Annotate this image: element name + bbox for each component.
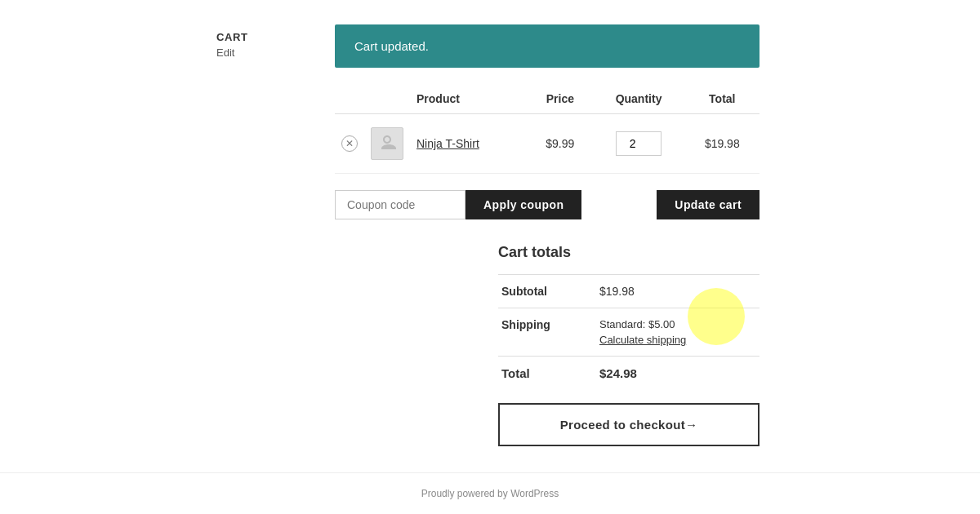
cart-notification: Cart updated. — [335, 24, 760, 68]
product-price: $9.99 — [528, 114, 592, 174]
footer-text: Proudly powered by WordPress — [421, 488, 559, 499]
price-header: Price — [528, 84, 592, 114]
cart-table: Product Price Quantity Total ✕ — [335, 84, 760, 174]
subtotal-label: Subtotal — [498, 275, 596, 308]
calculate-shipping-link[interactable]: Calculate shipping — [599, 334, 686, 346]
apply-coupon-button[interactable]: Apply coupon — [466, 190, 581, 219]
cart-totals-title: Cart totals — [498, 244, 760, 261]
product-name-link[interactable]: Ninja T-Shirt — [416, 137, 479, 150]
shipping-info: Standard: $5.00 Calculate shipping — [599, 318, 756, 346]
shipping-standard: Standard: $5.00 — [599, 318, 756, 330]
total-header: Total — [685, 84, 760, 114]
quantity-header: Quantity — [592, 84, 684, 114]
total-label: Total — [498, 357, 596, 391]
total-value: $24.98 — [596, 357, 760, 391]
product-total: $19.98 — [685, 114, 760, 174]
update-cart-button[interactable]: Update cart — [657, 190, 760, 219]
totals-table: Subtotal $19.98 Shipping Standard: $5.00… — [498, 274, 760, 390]
cart-totals: Cart totals Subtotal $19.98 Shipping Sta… — [498, 244, 760, 446]
coupon-row: Apply coupon Update cart — [335, 190, 760, 219]
quantity-input[interactable] — [616, 131, 662, 156]
table-row: ✕ Ninja T-Shirt $9.99 — [335, 114, 760, 174]
product-image — [371, 127, 403, 160]
subtotal-value: $19.98 — [596, 275, 760, 308]
checkout-button[interactable]: Proceed to checkout→ — [498, 403, 760, 446]
coupon-input[interactable] — [335, 190, 466, 219]
shipping-label: Shipping — [498, 308, 596, 357]
footer: Proudly powered by WordPress — [0, 472, 980, 499]
remove-item-button[interactable]: ✕ — [341, 135, 358, 152]
product-header: Product — [410, 84, 528, 114]
